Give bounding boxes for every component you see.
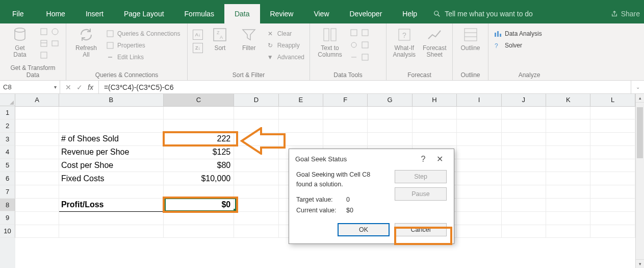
cell-B6[interactable]: Fixed Costs: [59, 172, 163, 185]
cell-C5[interactable]: $80: [163, 159, 234, 172]
tab-help[interactable]: Help: [392, 4, 427, 23]
properties-label[interactable]: Properties: [117, 42, 145, 49]
cell-B3[interactable]: # of Shoes Sold: [59, 133, 163, 146]
text-to-columns-button[interactable]: Text to Columns: [315, 27, 345, 58]
edit-links-label[interactable]: Edit Links: [117, 54, 144, 61]
from-text-icon[interactable]: [40, 28, 48, 36]
sort-button[interactable]: ZA Sort: [208, 27, 232, 52]
name-box-dropdown-icon[interactable]: ▾: [54, 84, 57, 90]
tab-formulas[interactable]: Formulas: [174, 4, 224, 23]
forecast-icon: [426, 27, 443, 43]
group-outline: Outline Outline: [453, 23, 488, 80]
tab-data[interactable]: Data: [224, 4, 260, 23]
svg-rect-27: [497, 31, 499, 37]
scroll-thumb[interactable]: [637, 107, 643, 158]
what-if-button[interactable]: ? What-If Analysis: [392, 27, 417, 58]
col-header[interactable]: C: [163, 94, 234, 106]
manage-data-model-icon[interactable]: [361, 53, 369, 61]
cancel-button[interactable]: Cancel: [395, 223, 447, 236]
ok-button[interactable]: OK: [338, 223, 390, 236]
tab-file[interactable]: File: [0, 4, 36, 23]
formula-input[interactable]: =(C3*C4)-(C3*C5)-C6: [99, 81, 631, 93]
flash-fill-icon[interactable]: [350, 29, 358, 37]
dialog-help-icon[interactable]: ?: [415, 155, 431, 164]
forecast-sheet-button[interactable]: Forecast Sheet: [422, 27, 448, 58]
cancel-formula-icon[interactable]: ✕: [65, 83, 71, 91]
reapply-label[interactable]: Reapply: [277, 42, 300, 49]
col-header[interactable]: G: [368, 94, 412, 106]
recent-sources-icon[interactable]: [51, 39, 59, 47]
col-header[interactable]: F: [323, 94, 368, 106]
row-header[interactable]: 10: [0, 225, 15, 238]
outline-button[interactable]: Outline: [458, 27, 483, 52]
existing-connections-icon[interactable]: [40, 51, 48, 59]
clear-label[interactable]: Clear: [277, 30, 292, 37]
cell-B8[interactable]: Profit/Loss: [59, 199, 163, 212]
cell-C6[interactable]: $10,000: [163, 172, 234, 185]
col-header[interactable]: I: [457, 94, 501, 106]
cell-C8[interactable]: $0: [163, 199, 234, 212]
group-label-outline: Outline: [458, 70, 483, 80]
row-header[interactable]: 2: [0, 119, 15, 133]
tab-page-layout[interactable]: Page Layout: [114, 4, 174, 23]
filter-button[interactable]: Filter: [237, 27, 261, 52]
svg-text:?: ?: [402, 31, 406, 39]
col-header[interactable]: L: [590, 94, 635, 106]
col-header[interactable]: B: [59, 94, 163, 106]
advanced-icon: ▼: [266, 53, 274, 61]
solver-button[interactable]: ?Solver: [494, 40, 542, 51]
tab-review[interactable]: Review: [260, 4, 304, 23]
row-header[interactable]: 1: [0, 106, 15, 119]
row-header[interactable]: 4: [0, 145, 15, 159]
get-data-button[interactable]: Get Data: [5, 27, 35, 58]
row-header[interactable]: 8: [0, 199, 15, 212]
from-web-icon[interactable]: [51, 28, 59, 36]
sort-asc-icon[interactable]: A↓: [193, 30, 203, 40]
tell-me[interactable]: Tell me what you want to do: [433, 10, 533, 18]
queries-connections-label[interactable]: Queries & Connections: [117, 30, 180, 37]
dialog-title: Goal Seek Status: [295, 155, 415, 163]
remove-duplicates-icon[interactable]: [361, 29, 369, 37]
row-header[interactable]: 9: [0, 211, 15, 225]
expand-formula-bar-icon[interactable]: ⌄: [631, 81, 644, 93]
col-header[interactable]: J: [501, 94, 546, 106]
consolidate-icon[interactable]: [361, 41, 369, 49]
advanced-label[interactable]: Advanced: [277, 54, 304, 61]
col-header[interactable]: E: [278, 94, 323, 106]
scroll-down-icon[interactable]: ▾: [636, 259, 644, 268]
row-header[interactable]: 3: [0, 133, 15, 146]
tab-insert[interactable]: Insert: [75, 4, 114, 23]
share-button[interactable]: Share: [611, 10, 644, 18]
data-analysis-button[interactable]: Data Analysis: [494, 29, 542, 39]
cell-B4[interactable]: Revenue per Shoe: [59, 145, 163, 159]
enter-formula-icon[interactable]: ✓: [76, 83, 83, 91]
data-validation-icon[interactable]: [350, 41, 358, 49]
from-table-icon[interactable]: [40, 39, 48, 47]
cell-B5[interactable]: Cost per Shoe: [59, 159, 163, 172]
sort-desc-icon[interactable]: Z↓: [193, 43, 203, 53]
refresh-all-button[interactable]: Refresh All: [71, 27, 101, 58]
scroll-up-icon[interactable]: ▴: [636, 94, 644, 103]
relationships-icon[interactable]: [350, 53, 358, 61]
row-header[interactable]: 7: [0, 185, 15, 199]
tab-developer[interactable]: Developer: [340, 4, 393, 23]
dialog-close-icon[interactable]: ✕: [431, 154, 448, 164]
col-header[interactable]: D: [234, 94, 278, 106]
tab-home[interactable]: Home: [36, 4, 75, 23]
row-header[interactable]: 6: [0, 172, 15, 185]
insert-function-icon[interactable]: fx: [88, 83, 93, 91]
select-all-corner[interactable]: [0, 94, 15, 106]
col-header[interactable]: H: [412, 94, 456, 106]
col-header[interactable]: K: [546, 94, 590, 106]
row-header[interactable]: 5: [0, 159, 15, 172]
queries-connections-icon: [106, 30, 114, 38]
tab-view[interactable]: View: [303, 4, 339, 23]
edit-links-icon: [106, 53, 114, 61]
col-header[interactable]: A: [15, 94, 59, 106]
cell-C4[interactable]: $125: [163, 145, 234, 159]
vertical-scrollbar[interactable]: ▴ ▾: [635, 94, 644, 268]
group-label-forecast: Forecast: [392, 70, 447, 80]
name-box[interactable]: C8 ▾: [0, 81, 60, 93]
cell-C3[interactable]: 222: [163, 133, 234, 146]
dialog-message-line2: found a solution.: [296, 180, 388, 189]
